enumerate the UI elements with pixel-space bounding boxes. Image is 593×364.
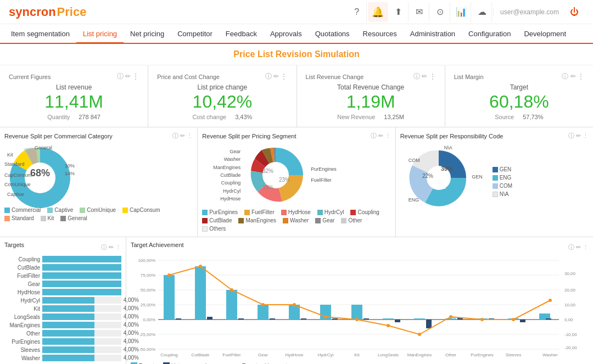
settings-icon[interactable]: ⊙ [430,2,450,22]
pricing-segment-area: Gear Washer ManEngines CutBlade Coupling… [202,142,390,232]
target-bar-track [42,256,121,262]
svg-text:LongSeals: LongSeals [378,352,399,357]
notification-icon[interactable]: 🔔 [368,2,388,22]
kpi-cost-change: Cost change 3,43% [157,114,287,120]
target-bar-fill [42,330,94,337]
svg-rect-33 [258,305,268,320]
nav-item-segmentation[interactable]: Item segmentation [4,25,76,42]
new-revenue-value: 13,25M [384,114,404,120]
target-bar-label: HydrCyl [4,298,40,304]
svg-text:-50,00%: -50,00% [139,347,155,352]
target-bar-fill [42,338,94,345]
target-bar-row: FuelFilter [4,272,121,279]
com-label: COM [409,158,420,163]
svg-text:100,00%: 100,00% [138,258,155,263]
nav-item-competitor[interactable]: Competitor [171,25,219,42]
general-label: General [35,145,52,150]
target-bar-fill [42,256,121,262]
target-bar-row: Other4,00% [4,330,121,337]
svg-text:FuelFilter: FuelFilter [222,352,241,357]
nav-item-net-pricing[interactable]: Net pricing [124,25,171,42]
svg-point-67 [512,318,515,321]
source-value: 57,73% [523,114,543,120]
target-achievement-icons: ⓘ ✏ ⋮ [568,243,589,251]
cloud-icon[interactable]: ☁ [472,2,492,22]
svg-text:20,00: 20,00 [564,288,576,293]
target-bar-row: HydrCyl4,00% [4,297,121,304]
target-bar-track: 4,00% [42,346,121,353]
kpi-price-cost-label: Price and Cost Change [157,74,220,80]
responsibility-title: Revenue Split per Responsibility Code [400,133,504,139]
gen-right-label: GEN [472,174,483,180]
target-bar-row: CutBlade [4,264,121,271]
responsibility-legend: GEN ENG COM N\A [493,164,512,197]
target-bar-value: 4,00% [124,346,139,352]
nav-item-approvals[interactable]: Approvals [264,25,309,42]
target-bar-track [42,281,121,287]
svg-text:-25,00%: -25,00% [139,332,155,337]
commercial-legend: Commercial Captive ComUnique CapConsum S… [4,152,193,221]
power-icon[interactable]: ⏻ [564,2,584,22]
svg-text:10,00: 10,00 [564,303,576,307]
email-icon[interactable]: ✉ [410,2,429,22]
user-section: user@example.com [493,8,559,16]
svg-rect-44 [207,317,212,320]
target-bar-value: 4,00% [124,338,139,344]
target-bar-fill [42,313,94,320]
source-label: Source [495,114,514,120]
nav-item-quotations[interactable]: Quotations [309,25,356,42]
nav-item-configuration[interactable]: Configuration [462,25,517,42]
kpi-current-label: Current Figures [9,74,51,80]
svg-text:0,00: 0,00 [564,317,573,322]
svg-text:Sleeves: Sleeves [506,352,521,357]
kpi-revenue-icons: ⓘ ✏ ⋮ [413,72,436,81]
help-icon[interactable]: ? [347,2,367,22]
responsibility-icons: ⓘ ✏ ⋮ [568,132,589,140]
target-bar-label: Coupling [4,256,40,262]
pricing-right-labels: PurEngines FuelFilter [311,164,344,186]
nav-item-development[interactable]: Development [517,25,573,42]
kpi-revenue-change: List Revenue Change ⓘ ✏ ⋮ Total Revenue … [297,65,445,127]
target-bar-row: Kit4,00% [4,305,121,312]
commercial-category-title: Revenue Split per Commercial Category [4,133,113,139]
kpi-quantity: Quantity 278 847 [9,114,139,120]
svg-rect-51 [426,320,432,328]
svg-text:25,00%: 25,00% [141,303,155,307]
nav-item-administration[interactable]: Administration [404,25,462,42]
nav-item-list-pricing[interactable]: List pricing [76,25,124,43]
cost-value: 3,43% [235,114,252,120]
svg-point-66 [480,318,484,321]
nav-item-resources[interactable]: Resources [356,25,404,42]
new-revenue-label: New Revenue [337,114,375,120]
eng-label: ENG [409,197,419,203]
target-bar-value: 4,00% [124,330,139,336]
quantity-value: 278 847 [79,114,100,120]
targets-icons: ⓘ ✏ ⋮ [101,243,121,251]
targets-title: Targets [4,242,24,248]
svg-text:22%: 22% [422,173,433,179]
svg-point-57 [199,265,202,268]
target-bar-value: 4,00% [124,355,139,361]
target-bar-fill [42,355,94,361]
target-bar-label: Gear [4,281,40,287]
target-bar-track: 4,00% [42,313,121,320]
kpi-margin-icons: ⓘ ✏ ⋮ [562,72,584,81]
main-nav: Item segmentation List pricing Net prici… [0,24,593,44]
svg-text:Washer: Washer [542,352,558,357]
nva-label: N\A [444,145,452,150]
chart-icon[interactable]: 📊 [451,2,471,22]
commercial-icons: ⓘ ✏ ⋮ [172,132,193,140]
svg-point-68 [549,299,552,302]
pricing-left-labels: Gear Washer ManEngines CutBlade Coupling… [202,148,240,203]
kpi-current-figures: Current Figures ⓘ ✏ ⋮ List revenue 11,41… [0,65,148,127]
target-bar-value: 4,00% [124,305,139,311]
total-revenue-value: 1,19M [306,92,436,111]
target-bar-track [42,264,121,271]
svg-text:-10,00: -10,00 [564,332,577,337]
target-bar-value: 4,00% [124,297,139,303]
upload-icon[interactable]: ⬆ [389,2,409,22]
nav-item-feedback[interactable]: Feedback [219,25,264,42]
kpi-price-cost: Price and Cost Change ⓘ ✏ ⋮ List price c… [148,65,296,127]
responsibility-panel: Revenue Split per Responsibility Code ⓘ … [396,127,593,237]
target-bar-fill [42,322,94,328]
